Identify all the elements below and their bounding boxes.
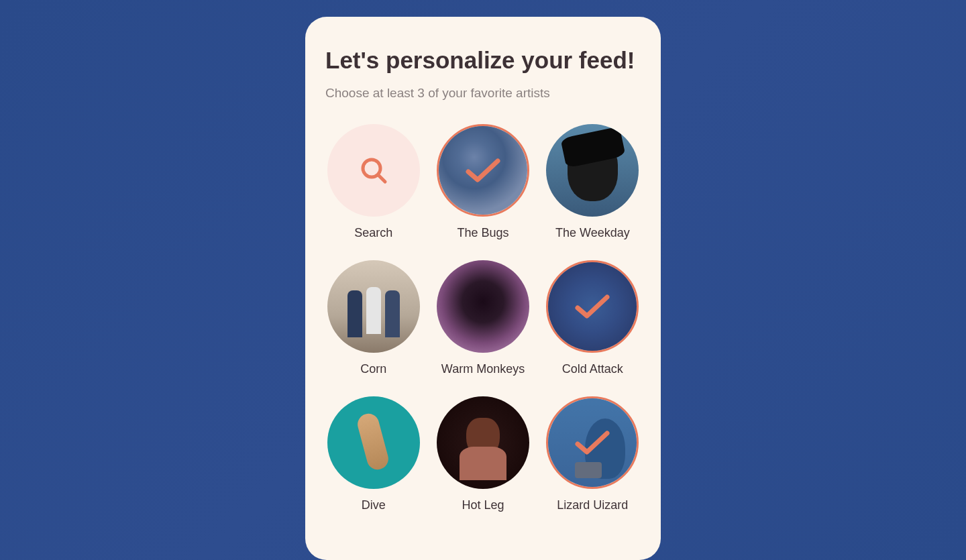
search-icon xyxy=(358,154,390,186)
artist-image xyxy=(437,396,529,489)
page-title: Let's personalize your feed! xyxy=(325,47,641,74)
tile-label: Search xyxy=(354,226,392,240)
artist-avatar xyxy=(546,260,639,353)
search-circle xyxy=(327,124,420,217)
artist-tile-cold[interactable]: Cold Attack xyxy=(545,260,641,376)
artist-image xyxy=(327,396,420,489)
artist-avatar xyxy=(327,396,420,489)
check-icon xyxy=(574,429,611,456)
check-icon xyxy=(574,293,611,320)
artist-tile-monkeys[interactable]: Warm Monkeys xyxy=(435,260,531,376)
artist-image xyxy=(546,124,639,217)
artist-tile-corn[interactable]: Corn xyxy=(325,260,421,376)
tile-label: Hot Leg xyxy=(462,498,504,512)
artist-avatar xyxy=(546,396,639,489)
tile-label: Dive xyxy=(362,498,386,512)
tile-label: The Weekday xyxy=(555,226,630,240)
artist-image xyxy=(437,260,529,353)
page-subtitle: Choose at least 3 of your favorite artis… xyxy=(325,86,641,101)
svg-line-1 xyxy=(378,174,385,182)
artist-tile-hotleg[interactable]: Hot Leg xyxy=(435,396,531,512)
artist-tile-bugs[interactable]: The Bugs xyxy=(435,124,531,240)
artist-avatar xyxy=(437,124,529,217)
tile-label: The Bugs xyxy=(457,226,508,240)
check-icon xyxy=(464,157,502,184)
artist-tile-dive[interactable]: Dive xyxy=(325,396,421,512)
tile-label: Warm Monkeys xyxy=(441,362,525,376)
search-tile[interactable]: Search xyxy=(325,124,421,240)
artist-avatar xyxy=(437,260,529,353)
onboarding-card: Let's personalize your feed! Choose at l… xyxy=(305,17,661,560)
artist-avatar xyxy=(327,260,420,353)
tile-label: Cold Attack xyxy=(562,362,623,376)
artist-avatar xyxy=(546,124,639,217)
artist-avatar xyxy=(437,396,529,489)
tile-label: Corn xyxy=(360,362,386,376)
artist-image xyxy=(327,260,420,353)
tile-label: Lizard Uizard xyxy=(557,498,628,512)
artist-tile-weekday[interactable]: The Weekday xyxy=(545,124,641,240)
artist-grid: Search The Bugs The Weekday Corn xyxy=(325,124,641,512)
artist-tile-lizard[interactable]: Lizard Uizard xyxy=(545,396,641,512)
